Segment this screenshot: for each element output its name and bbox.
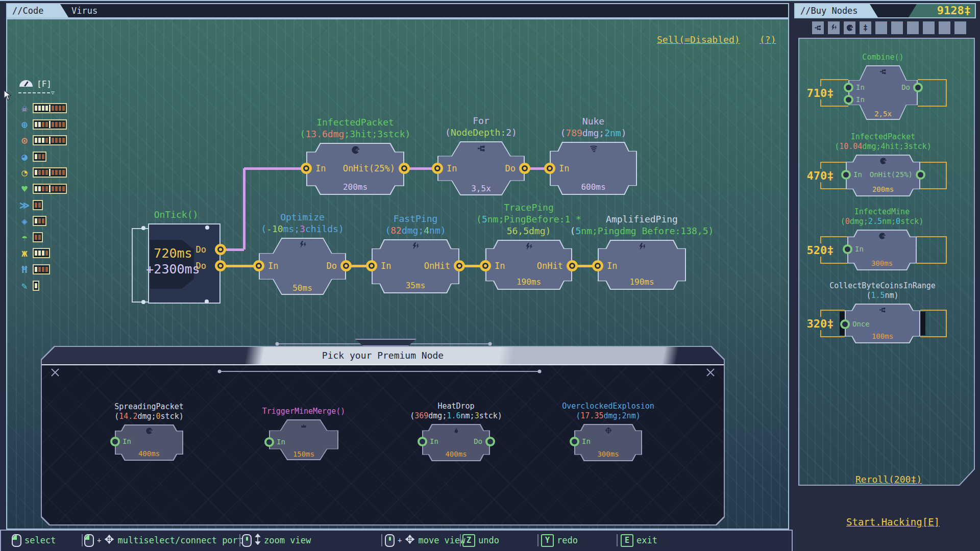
node-title: InfectedMine(0dmg;2.5nm;0stck) [841, 207, 924, 227]
bar-segment [45, 170, 48, 175]
stat-bar [33, 232, 43, 242]
packet-icon [351, 145, 360, 157]
port-do[interactable] [215, 244, 226, 255]
move-arrows-icon [104, 534, 114, 544]
node-amplifiedping[interactable]: In190ms [598, 240, 686, 290]
port-do[interactable] [215, 260, 226, 271]
node-for[interactable]: InDo3,5x [437, 141, 525, 195]
tile-empty[interactable] [954, 21, 966, 34]
lightning-icon [638, 242, 647, 254]
port-label: In [430, 436, 438, 446]
node-heatdrop[interactable]: InDo400ms [422, 424, 490, 461]
fastforward-icon: ≫ [18, 199, 31, 211]
port-in[interactable] [253, 260, 264, 271]
port-in[interactable] [544, 163, 555, 174]
toolbar-item-exit: Eexit [621, 531, 657, 550]
bracket-line [132, 302, 148, 303]
port-in[interactable] [480, 260, 491, 271]
tile-empty[interactable] [891, 21, 903, 34]
sell-link[interactable]: Sell(=Disabled) [657, 34, 740, 45]
port-onhit[interactable] [454, 260, 465, 271]
stat-bar [33, 216, 46, 226]
node-infectedmine[interactable]: In300ms [847, 230, 917, 270]
node-subtitle-line: (0dmg;2.5nm;0stck) [841, 217, 924, 227]
node-collectbytecoins[interactable]: Once100ms [845, 304, 920, 343]
tile-empty[interactable] [875, 21, 887, 34]
toolbar-item-redo: Yredo [541, 531, 578, 550]
node-triggerminemerge[interactable]: In150ms [269, 419, 338, 460]
port-do[interactable] [519, 163, 530, 174]
node-subtitle-line: (5nm;Pingdmg Before:138,5) [570, 225, 714, 237]
branch-icon [879, 306, 887, 314]
port-label: Do [327, 261, 337, 271]
port-in[interactable] [366, 260, 377, 271]
node-nuke[interactable]: In600ms [550, 142, 637, 195]
start-hacking-button[interactable]: Start.Hacking[E] [846, 516, 940, 528]
tile-lightning[interactable] [828, 21, 840, 34]
node-title: OverclockedExplosion(17.35dmg;2nm) [562, 402, 654, 421]
move-icon-wrap [104, 534, 114, 546]
tile-empty[interactable] [923, 21, 935, 34]
port-in[interactable] [432, 163, 443, 174]
node-infectedpacket-buy[interactable]: InOnHit(25%)200ms [846, 155, 920, 196]
price-bracket [820, 162, 846, 169]
port-in[interactable] [110, 437, 120, 446]
tile-branch[interactable] [812, 21, 824, 34]
bar-segment [49, 169, 51, 176]
bar-segment [55, 186, 58, 191]
node-title-line: OnTick() [154, 209, 199, 220]
node-subtitle-line: (10.04dmg;4hit;3stck) [835, 142, 932, 152]
port-label: Do [505, 163, 516, 173]
heart-icon: ♥ [18, 183, 31, 194]
node-fastping[interactable]: InOnHit35ms [372, 239, 459, 293]
node-overclockedexplosion[interactable]: In300ms [574, 424, 642, 461]
mouse-left-icon [84, 534, 94, 547]
lightning-icon [524, 242, 533, 254]
port-in[interactable] [841, 170, 851, 180]
node-combine[interactable]: InInDo2,5x [848, 65, 918, 120]
port-in[interactable] [418, 437, 427, 446]
tile-empty[interactable] [907, 21, 919, 34]
sidebar-separator [18, 92, 50, 93]
tile-packet[interactable] [844, 21, 855, 34]
node-infectedpacket[interactable]: InOnHit(25%)200ms [306, 143, 404, 195]
port-do[interactable] [485, 437, 495, 446]
bar-segment [45, 267, 48, 272]
port-in[interactable] [570, 437, 579, 446]
power-icon: ⊙ [18, 135, 31, 146]
node-optimize[interactable]: InDo50ms [259, 238, 346, 295]
reroll-button[interactable]: Reroll(200‡) [855, 474, 922, 485]
bar-segment [45, 138, 48, 143]
toolbar-label: move view [418, 535, 465, 545]
port-in[interactable] [264, 437, 274, 447]
bar-segment [38, 218, 41, 223]
collapse-triangle-icon[interactable]: ▽ [51, 89, 55, 96]
port-once[interactable] [840, 319, 850, 329]
node-ontick[interactable]: 720ms+2300msDoDo [128, 223, 223, 305]
help-link[interactable]: (?) [760, 34, 776, 45]
diamond-icon: ◈ [18, 215, 31, 227]
node-traceping[interactable]: InOnHit190ms [485, 240, 572, 290]
stat-bar [33, 281, 39, 291]
port-onhit[interactable] [567, 260, 578, 271]
tile-empty[interactable] [939, 21, 950, 34]
node-duration: 35ms [372, 281, 459, 290]
tornado-icon [589, 144, 598, 154]
port-onhit25[interactable] [399, 163, 410, 174]
node-title-line: Combine() [862, 53, 903, 62]
mouse-middle-icon [242, 534, 252, 547]
port-in[interactable] [843, 244, 852, 254]
port-do[interactable] [340, 260, 352, 271]
port-in[interactable] [592, 260, 603, 271]
zoom-icon-wrap [255, 534, 261, 547]
node-spreadingpacket[interactable]: In400ms [115, 424, 183, 461]
tile-currency[interactable]: ‡ [860, 21, 871, 34]
toolbar-item-move-view: +move view [385, 531, 465, 550]
price-bracket [820, 257, 847, 264]
node-title-line: Optimize [261, 211, 344, 223]
premium-deco-line-inner [219, 371, 540, 372]
bar-segment [62, 170, 65, 175]
port-in[interactable] [301, 163, 312, 174]
premium-panel-handle[interactable] [355, 339, 416, 346]
node-duration: 400ms [422, 450, 490, 458]
